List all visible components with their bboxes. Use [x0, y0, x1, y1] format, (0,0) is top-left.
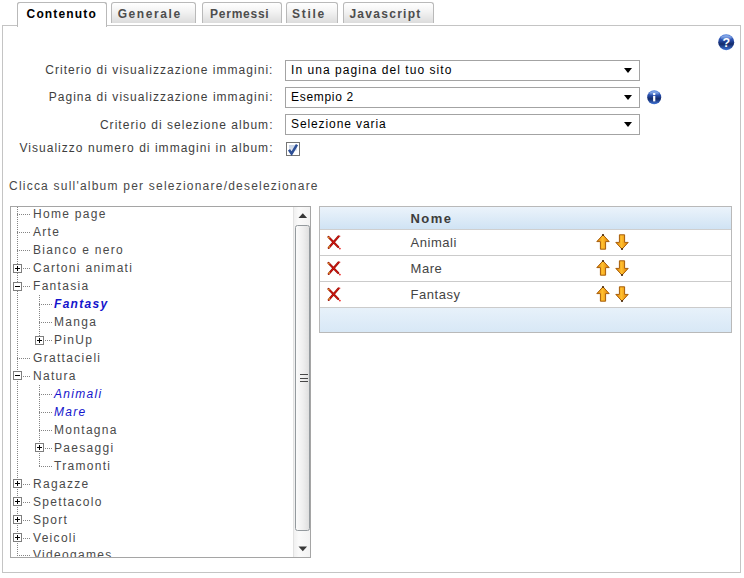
svg-text:?: ?: [722, 36, 730, 50]
